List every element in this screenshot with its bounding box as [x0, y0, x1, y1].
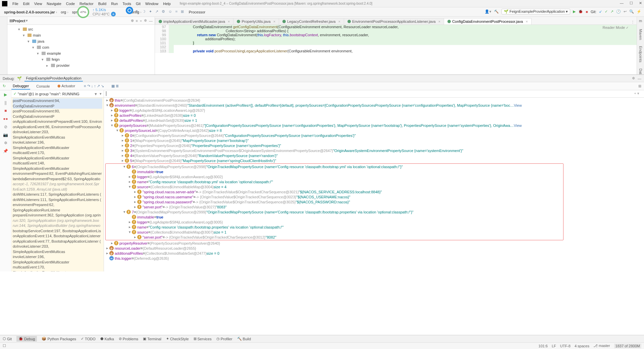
stop-icon[interactable]: ■ [586, 10, 588, 14]
caret-position[interactable]: 101:6 [538, 344, 548, 348]
eval-icon[interactable]: ▦ ≣ [111, 84, 119, 88]
bottom-git[interactable]: ⬡ Git [3, 337, 12, 341]
tab-console[interactable]: Console [35, 83, 51, 89]
stop-debug-icon[interactable]: ■ [4, 108, 7, 113]
menu-window[interactable]: Window [143, 2, 161, 6]
tab-legacy[interactable]: LegacyContextRefresher.java× [279, 18, 344, 24]
bottom-checkstyle[interactable]: ✦ CheckStyle [166, 337, 189, 341]
crumb-processor[interactable]: Processor [187, 10, 207, 14]
memory[interactable]: 1837 of 2800M [614, 344, 641, 348]
debug-settings-icon[interactable]: ✲ [632, 76, 635, 81]
tab-debugger[interactable]: Debugger [11, 83, 30, 90]
git-push-icon[interactable]: ↗ [610, 9, 613, 14]
menu-build[interactable]: Build [96, 2, 109, 6]
bottom-todo[interactable]: ✓ TODO [81, 337, 96, 341]
endpoints-tool-button[interactable]: Endpoints [639, 46, 643, 62]
menu-git[interactable]: Git [133, 2, 143, 6]
pause-icon[interactable]: || [4, 100, 6, 105]
tb-icon-4[interactable]: ↗ [155, 9, 158, 14]
variables-input[interactable]: + ▾ [104, 90, 644, 98]
run-config-combo[interactable]: 🌱 FeignExampleProviderApplication ▾ [501, 9, 570, 14]
git-history-icon[interactable]: 🕐 [616, 9, 621, 14]
thread-combo[interactable]: "main"@1 in group "main": RUNNING [18, 92, 94, 96]
bottom-profiler[interactable]: ◷ Profiler [216, 337, 232, 341]
camera-icon[interactable]: 📷 [3, 133, 8, 137]
cpu-gauge[interactable]: 47% [77, 6, 89, 18]
tb-icon-8[interactable]: ⊞ [181, 9, 184, 14]
bottom-services[interactable]: ⊞ Services [194, 337, 212, 341]
menu-code[interactable]: Code [64, 2, 77, 6]
debug-hide-icon[interactable]: — [638, 77, 641, 81]
git-commit-icon[interactable]: ✓ [605, 9, 608, 14]
tab-configdata[interactable]: ConfigDataEnvironmentPostProcessor.java× [444, 18, 531, 24]
tb-icon-1[interactable]: ✎ [136, 9, 139, 14]
project-title[interactable]: Project [13, 19, 25, 23]
tb-icon-5[interactable]: ⚙ [162, 9, 165, 14]
crumb-jar[interactable]: spring-boot-2.4.0-sources.jar [3, 10, 59, 14]
indent[interactable]: 4 spaces [575, 344, 589, 348]
frames-list[interactable]: postProcessEnvironment:94, ConfigDataEnv… [11, 98, 104, 271]
bottom-kafka[interactable]: ⬣ Kafka [100, 337, 114, 341]
menu-help[interactable]: Help [161, 2, 173, 6]
bottom-build[interactable]: 🔨 Build [237, 337, 251, 341]
bottom-debug[interactable]: 🐞 Debug [16, 336, 37, 342]
mute-bp-icon[interactable]: ⊘ [4, 124, 7, 129]
settings-icon[interactable]: ⚡ [637, 9, 641, 14]
search-everywhere-icon[interactable]: 🔍 [629, 9, 634, 14]
dropdown-icon[interactable]: ▾ [100, 92, 102, 96]
menu-navigate[interactable]: Navigate [44, 2, 63, 6]
menu-file[interactable]: File [10, 2, 21, 6]
run-icon[interactable]: ▶ [573, 9, 576, 14]
window-maximize[interactable]: ☐ [630, 1, 633, 5]
git-branch[interactable]: ⎇ master [593, 344, 610, 348]
search-icon[interactable] [126, 7, 133, 14]
expand-all-icon[interactable]: ≡ [136, 19, 138, 23]
resume-icon[interactable]: ▶ [4, 92, 7, 97]
window-close[interactable]: ✕ [639, 1, 642, 5]
tabs-more-icon[interactable]: ⋮ [629, 20, 637, 24]
tab-actuator[interactable]: ⬣ Actuator [56, 83, 76, 89]
encoding[interactable]: UTF-8 [560, 344, 571, 348]
debug-app[interactable]: FeignExampleProviderApplication [24, 76, 83, 82]
settings-debug-icon[interactable]: ✲ [4, 141, 7, 145]
menu-view[interactable]: View [32, 2, 45, 6]
settings-gear-icon[interactable]: ✲ [144, 18, 147, 23]
filter-icon[interactable]: ▼ [94, 92, 98, 96]
pin-icon[interactable]: 📌 [3, 149, 8, 153]
menu-run[interactable]: Run [109, 2, 120, 6]
tb-icon-7[interactable]: ⌗ [175, 9, 177, 14]
menu-tools[interactable]: Tools [120, 2, 133, 6]
breakpoints-icon[interactable]: ●● [3, 116, 8, 121]
user-icon[interactable]: 👤▾ [485, 9, 491, 14]
tb-icon-2[interactable]: ☽ [142, 9, 146, 14]
tab-multicaster[interactable]: impleApplicationEventMulticaster.java× [155, 18, 233, 24]
crumb-org[interactable]: org [59, 10, 71, 14]
git-update-icon[interactable]: ↙ [599, 9, 602, 14]
bottom-python[interactable]: 📦 Python Packages [42, 337, 76, 341]
bottom-problems[interactable]: ⊘ Problems [119, 337, 138, 341]
select-opened-icon[interactable]: ⊕ [131, 18, 134, 23]
add-widget-icon[interactable]: + [111, 12, 116, 16]
reader-mode-label[interactable]: Reader Mode ✓ [603, 26, 629, 30]
step-icons[interactable]: ≡ ↷ ↓ ↑ ↗ ↘ [84, 84, 104, 88]
hammer-icon[interactable]: 🔨 [494, 9, 499, 14]
line-sep[interactable]: LF [552, 344, 556, 348]
hide-icon[interactable]: — [149, 19, 153, 23]
menu-refactor[interactable]: Refactor [77, 2, 96, 6]
git-rollback-icon[interactable]: ↩ [624, 9, 627, 14]
rerun-icon[interactable]: ↻ [3, 84, 6, 88]
maven-tool-button[interactable]: Maven [639, 29, 643, 40]
bottom-terminal[interactable]: ▣ Terminal [143, 337, 161, 341]
collapse-all-icon[interactable]: ÷ [140, 19, 142, 23]
menu-edit[interactable]: Edit [21, 2, 32, 6]
debug-icon[interactable]: 🐞 [578, 9, 583, 14]
window-minimize[interactable]: — [620, 1, 624, 5]
tb-icon-6[interactable]: ☺ [168, 9, 172, 14]
layout-icon[interactable]: ⊞ [638, 84, 641, 88]
project-combo-icon[interactable]: ▤ [9, 18, 13, 23]
tab-propertyutils[interactable]: PropertyUtils.java× [233, 18, 279, 24]
status-icon[interactable]: ☐ [3, 344, 6, 348]
tab-envlistener[interactable]: EnvironmentPostProcessorApplicationListe… [344, 18, 444, 24]
tb-icon-3[interactable]: ✦ [149, 9, 152, 14]
variables-pane[interactable]: + ▾ ▸pthis = {ConfigDataEnvironmentPostP… [104, 90, 644, 271]
